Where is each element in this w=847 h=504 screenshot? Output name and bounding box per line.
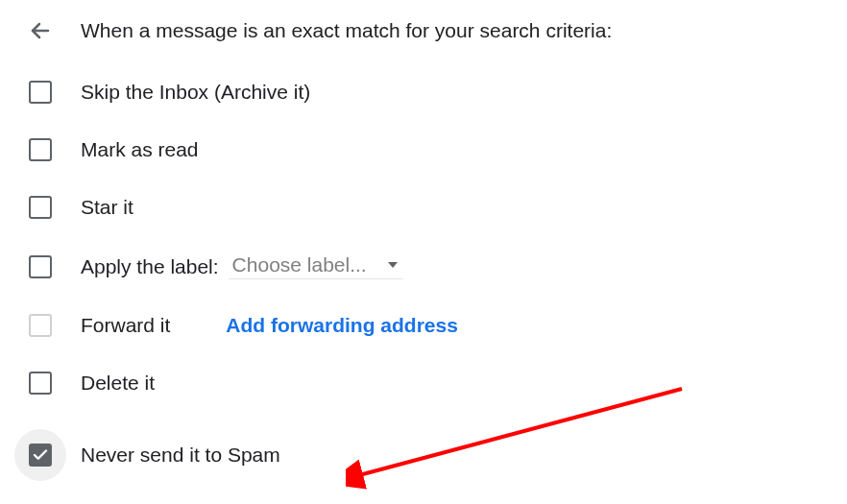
chevron-down-icon — [388, 262, 398, 268]
label-forward: Forward it — [81, 314, 170, 337]
add-forwarding-link[interactable]: Add forwarding address — [226, 314, 458, 337]
label-star: Star it — [81, 196, 133, 219]
checkbox-forward[interactable] — [29, 314, 52, 337]
checkbox-apply-label[interactable] — [29, 255, 52, 278]
label-apply-label: Apply the label: — [81, 255, 219, 278]
label-delete: Delete it — [81, 372, 155, 395]
checkbox-never-spam[interactable] — [29, 444, 52, 467]
choose-label-dropdown[interactable]: Choose label... — [229, 253, 403, 279]
checkbox-delete[interactable] — [29, 372, 52, 395]
checkbox-halo — [14, 429, 66, 481]
checkbox-star[interactable] — [29, 196, 52, 219]
page-title: When a message is an exact match for you… — [81, 19, 612, 42]
choose-label-text: Choose label... — [232, 253, 367, 276]
checkbox-skip-inbox[interactable] — [29, 81, 52, 104]
label-never-spam: Never send it to Spam — [81, 444, 280, 467]
label-skip-inbox: Skip the Inbox (Archive it) — [81, 81, 310, 104]
label-mark-read: Mark as read — [81, 138, 199, 161]
back-arrow-icon[interactable] — [29, 19, 52, 42]
checkbox-mark-read[interactable] — [29, 138, 52, 161]
